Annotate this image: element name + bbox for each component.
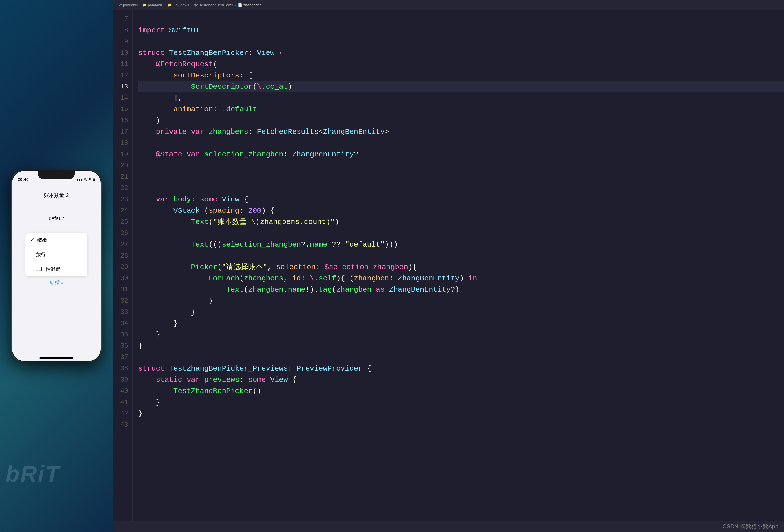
picker-item-lvxing[interactable]: 旅行	[25, 247, 87, 262]
line-num-14: 14	[113, 92, 132, 104]
home-bar	[39, 357, 73, 359]
line-num-28: 28	[113, 250, 132, 262]
breadcrumb-sep-1: ›	[139, 3, 140, 7]
swift-icon: 🐦	[194, 3, 198, 7]
code-editor[interactable]: 7 8 9 10 11 12 13 14 15 16 17 18 19 20 2…	[113, 10, 784, 521]
line-num-29: 29	[113, 262, 132, 273]
code-line-11: @FetchRequest (	[138, 59, 784, 70]
line-num-20: 20	[113, 160, 132, 171]
code-line-23: var body : some View {	[138, 194, 784, 205]
phone-notch	[38, 171, 75, 179]
code-line-25: Text ( "账本数量 \(zhangbens.count)" )	[138, 216, 784, 228]
code-line-15: animation : . default	[138, 104, 784, 115]
code-line-33: }	[138, 306, 784, 318]
line-num-41: 41	[113, 397, 132, 408]
code-line-13: SortDescriptor ( \. cc_at )	[138, 81, 784, 92]
line-num-18: 18	[113, 138, 132, 149]
picker-item-feililixiaofei-label: 非理性消费	[36, 266, 60, 272]
line-num-21: 21	[113, 171, 132, 183]
code-line-28	[138, 250, 784, 262]
picker-dropdown[interactable]: 结婚 旅行 非理性消费	[25, 233, 87, 276]
code-line-10: struct TestZhangBenPicker : View {	[138, 47, 784, 59]
breadcrumb-devviews: 📁 DevViews	[167, 3, 189, 7]
line-num-15: 15	[113, 104, 132, 115]
code-line-37	[138, 352, 784, 363]
code-line-14: ],	[138, 92, 784, 104]
line-num-31: 31	[113, 284, 132, 295]
line-numbers: 7 8 9 10 11 12 13 14 15 16 17 18 19 20 2…	[113, 10, 133, 521]
left-panel: bRiT 20:40 ●●● WiFi ▮ 账本数量 3 default	[0, 0, 113, 532]
code-line-36: }	[138, 341, 784, 352]
code-line-18	[138, 138, 784, 149]
phone-frame: 20:40 ●●● WiFi ▮ 账本数量 3 default 结婚	[11, 170, 102, 362]
breadcrumb-bar: ⎇ pandabill › 📁 pandabill › 📁 DevViews ›…	[113, 0, 784, 10]
breadcrumb-sep-4: ›	[235, 3, 236, 7]
line-num-40: 40	[113, 385, 132, 397]
line-num-43: 43	[113, 419, 132, 431]
line-num-11: 11	[113, 59, 132, 70]
phone-content: 账本数量 3 default 结婚 旅行 非理性消费	[12, 183, 101, 357]
line-num-36: 36	[113, 341, 132, 352]
line-num-19: 19	[113, 149, 132, 160]
code-line-42: }	[138, 408, 784, 419]
picker-selected-label[interactable]: 结婚 ◇	[50, 279, 63, 286]
code-line-19: @State var selection_zhangben : ZhangBen…	[138, 149, 784, 160]
code-line-39: static var previews : some View {	[138, 374, 784, 385]
breadcrumb-pandabill-1: ⎇ pandabill	[117, 3, 138, 7]
line-num-37: 37	[113, 352, 132, 363]
code-line-8: import SwiftUI	[138, 25, 784, 36]
chevron-icon: ◇	[61, 280, 63, 285]
line-num-26: 26	[113, 228, 132, 239]
code-line-21	[138, 171, 784, 183]
line-num-13: 13	[113, 81, 132, 92]
code-line-24: VStack ( spacing : 200 ) {	[138, 205, 784, 216]
line-num-38: 38	[113, 363, 132, 374]
wifi-icon: WiFi	[84, 178, 91, 182]
code-line-35: }	[138, 329, 784, 341]
line-num-25: 25	[113, 216, 132, 228]
line-num-42: 42	[113, 408, 132, 419]
picker-item-feililixiaofei[interactable]: 非理性消费	[25, 262, 87, 276]
code-line-12: sortDescriptors : [	[138, 70, 784, 81]
line-num-17: 17	[113, 126, 132, 138]
line-num-24: 24	[113, 205, 132, 216]
code-line-40: TestZhangBenPicker ()	[138, 385, 784, 397]
status-icons: ●●● WiFi ▮	[77, 178, 95, 182]
code-line-34: }	[138, 318, 784, 329]
line-num-32: 32	[113, 295, 132, 306]
breadcrumb-pandabill-2: 📁 pandabill	[142, 3, 163, 7]
line-num-8: 8	[113, 25, 132, 36]
code-line-7	[138, 13, 784, 25]
line-num-39: 39	[113, 374, 132, 385]
picker-selected-value: 结婚	[50, 279, 59, 286]
line-num-34: 34	[113, 318, 132, 329]
code-line-20	[138, 160, 784, 171]
breadcrumb-testzhangbenpicker: 🐦 TestZhangBenPicker	[194, 3, 233, 7]
folder-icon-1: 📁	[142, 3, 147, 7]
code-line-22	[138, 183, 784, 194]
picker-item-lvxing-label: 旅行	[36, 252, 46, 258]
breadcrumb-sep-2: ›	[164, 3, 165, 7]
line-num-23: 23	[113, 194, 132, 205]
line-num-9: 9	[113, 36, 132, 47]
line-num-22: 22	[113, 183, 132, 194]
code-line-41: }	[138, 397, 784, 408]
git-icon: ⎇	[117, 3, 122, 7]
picker-item-jiehun[interactable]: 结婚	[25, 233, 87, 247]
line-num-35: 35	[113, 329, 132, 341]
right-panel: ⎇ pandabill › 📁 pandabill › 📁 DevViews ›…	[113, 0, 784, 532]
code-lines: import SwiftUI struct TestZhangBenPicker…	[133, 10, 784, 521]
line-num-27: 27	[113, 239, 132, 250]
phone-screen: 20:40 ●●● WiFi ▮ 账本数量 3 default 结婚	[12, 171, 101, 361]
code-line-16: )	[138, 115, 784, 126]
line-num-10: 10	[113, 47, 132, 59]
code-line-9	[138, 36, 784, 47]
account-count-text: 账本数量 3	[44, 192, 68, 199]
code-line-26	[138, 228, 784, 239]
default-text: default	[49, 215, 64, 221]
code-line-27: Text ((( selection_zhangben ?. name ?? "…	[138, 239, 784, 250]
line-num-33: 33	[113, 306, 132, 318]
breadcrumb-sep-3: ›	[191, 3, 192, 7]
line-num-7: 7	[113, 13, 132, 25]
code-line-31: Text ( zhangben . name !). tag ( zhangbe…	[138, 284, 784, 295]
